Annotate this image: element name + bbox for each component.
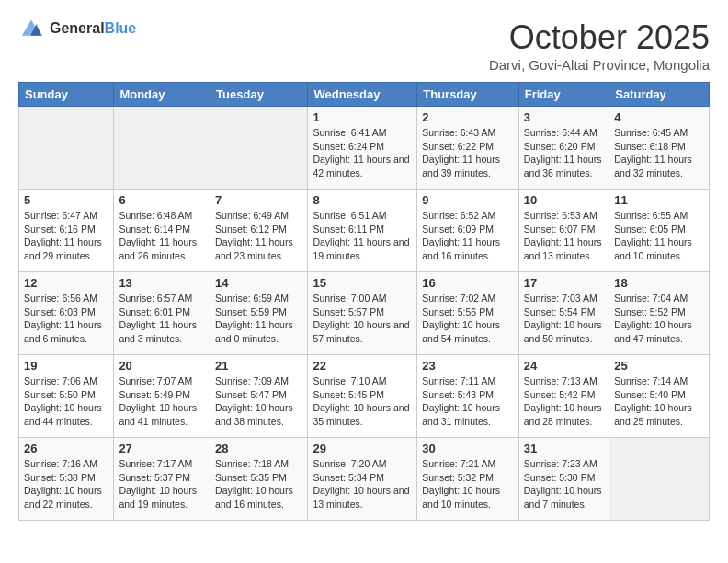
day-number: 19 [24, 359, 108, 373]
day-number: 26 [24, 442, 108, 455]
day-info: Sunrise: 7:04 AM Sunset: 5:52 PM Dayligh… [614, 292, 704, 346]
day-info: Sunrise: 6:59 AM Sunset: 5:59 PM Dayligh… [215, 292, 302, 346]
day-info: Sunrise: 7:16 AM Sunset: 5:38 PM Dayligh… [24, 457, 108, 511]
day-number: 24 [524, 359, 604, 373]
day-number: 16 [422, 276, 514, 290]
day-info: Sunrise: 6:47 AM Sunset: 6:16 PM Dayligh… [24, 209, 108, 263]
calendar-cell: 16 Sunrise: 7:02 AM Sunset: 5:56 PM Dayl… [417, 272, 519, 355]
calendar-week-row: 26 Sunrise: 7:16 AM Sunset: 5:38 PM Dayl… [19, 438, 710, 521]
day-info: Sunrise: 6:44 AM Sunset: 6:20 PM Dayligh… [524, 126, 604, 180]
day-info: Sunrise: 6:55 AM Sunset: 6:05 PM Dayligh… [614, 209, 704, 263]
day-number: 17 [524, 276, 604, 290]
day-info: Sunrise: 7:06 AM Sunset: 5:50 PM Dayligh… [24, 374, 108, 429]
day-number: 20 [119, 359, 205, 373]
day-number: 10 [524, 193, 604, 207]
weekday-header: Thursday [417, 83, 519, 107]
calendar-week-row: 12 Sunrise: 6:56 AM Sunset: 6:03 PM Dayl… [19, 272, 710, 355]
day-info: Sunrise: 6:52 AM Sunset: 6:09 PM Dayligh… [422, 209, 514, 263]
day-info: Sunrise: 6:48 AM Sunset: 6:14 PM Dayligh… [119, 209, 205, 263]
calendar-cell: 14 Sunrise: 6:59 AM Sunset: 5:59 PM Dayl… [210, 272, 308, 355]
day-number: 4 [614, 110, 704, 124]
day-info: Sunrise: 7:14 AM Sunset: 5:40 PM Dayligh… [614, 374, 704, 429]
location: Darvi, Govi-Altai Province, Mongolia [489, 57, 710, 73]
day-info: Sunrise: 7:02 AM Sunset: 5:56 PM Dayligh… [422, 292, 514, 346]
logo-text: GeneralBlue [50, 20, 136, 37]
day-info: Sunrise: 7:07 AM Sunset: 5:49 PM Dayligh… [119, 374, 205, 429]
day-info: Sunrise: 7:09 AM Sunset: 5:47 PM Dayligh… [215, 374, 302, 429]
calendar-cell: 11 Sunrise: 6:55 AM Sunset: 6:05 PM Dayl… [609, 190, 710, 272]
day-number: 11 [614, 193, 704, 207]
calendar-cell: 4 Sunrise: 6:45 AM Sunset: 6:18 PM Dayli… [609, 107, 710, 190]
calendar-cell: 19 Sunrise: 7:06 AM Sunset: 5:50 PM Dayl… [19, 355, 114, 438]
calendar-cell: 29 Sunrise: 7:20 AM Sunset: 5:34 PM Dayl… [308, 438, 417, 521]
day-number: 31 [524, 442, 604, 455]
day-info: Sunrise: 7:20 AM Sunset: 5:34 PM Dayligh… [313, 457, 412, 511]
day-info: Sunrise: 7:13 AM Sunset: 5:42 PM Dayligh… [524, 374, 604, 429]
day-number: 18 [614, 276, 704, 290]
weekday-header: Monday [114, 83, 210, 107]
calendar-cell: 24 Sunrise: 7:13 AM Sunset: 5:42 PM Dayl… [518, 355, 609, 438]
weekday-header: Saturday [609, 83, 710, 107]
calendar-cell: 13 Sunrise: 6:57 AM Sunset: 6:01 PM Dayl… [114, 272, 210, 355]
calendar-cell: 9 Sunrise: 6:52 AM Sunset: 6:09 PM Dayli… [417, 190, 519, 272]
month-title: October 2025 [489, 18, 710, 57]
day-info: Sunrise: 6:53 AM Sunset: 6:07 PM Dayligh… [524, 209, 604, 263]
calendar-cell: 5 Sunrise: 6:47 AM Sunset: 6:16 PM Dayli… [19, 190, 114, 272]
calendar-cell: 8 Sunrise: 6:51 AM Sunset: 6:11 PM Dayli… [308, 190, 417, 272]
calendar-cell: 27 Sunrise: 7:17 AM Sunset: 5:37 PM Dayl… [114, 438, 210, 521]
day-info: Sunrise: 6:51 AM Sunset: 6:11 PM Dayligh… [313, 209, 412, 263]
calendar-cell: 6 Sunrise: 6:48 AM Sunset: 6:14 PM Dayli… [114, 190, 210, 272]
calendar-week-row: 19 Sunrise: 7:06 AM Sunset: 5:50 PM Dayl… [19, 355, 710, 438]
calendar-cell: 28 Sunrise: 7:18 AM Sunset: 5:35 PM Dayl… [210, 438, 308, 521]
day-info: Sunrise: 6:43 AM Sunset: 6:22 PM Dayligh… [422, 126, 514, 180]
calendar-cell: 31 Sunrise: 7:23 AM Sunset: 5:30 PM Dayl… [518, 438, 609, 521]
calendar-week-row: 1 Sunrise: 6:41 AM Sunset: 6:24 PM Dayli… [19, 107, 710, 190]
day-info: Sunrise: 7:21 AM Sunset: 5:32 PM Dayligh… [422, 457, 514, 511]
day-number: 14 [215, 276, 302, 290]
weekday-header: Wednesday [308, 83, 417, 107]
calendar-cell: 21 Sunrise: 7:09 AM Sunset: 5:47 PM Dayl… [210, 355, 308, 438]
calendar-cell [210, 107, 308, 190]
day-number: 13 [119, 276, 205, 290]
day-info: Sunrise: 7:11 AM Sunset: 5:43 PM Dayligh… [422, 374, 514, 429]
day-info: Sunrise: 7:17 AM Sunset: 5:37 PM Dayligh… [119, 457, 205, 511]
calendar-cell: 23 Sunrise: 7:11 AM Sunset: 5:43 PM Dayl… [417, 355, 519, 438]
page-header: GeneralBlue October 2025 Darvi, Govi-Alt… [18, 18, 710, 73]
calendar-cell: 2 Sunrise: 6:43 AM Sunset: 6:22 PM Dayli… [417, 107, 519, 190]
day-number: 29 [313, 442, 412, 455]
day-number: 30 [422, 442, 514, 455]
calendar-cell: 22 Sunrise: 7:10 AM Sunset: 5:45 PM Dayl… [308, 355, 417, 438]
logo-icon [18, 18, 44, 39]
calendar-cell: 20 Sunrise: 7:07 AM Sunset: 5:49 PM Dayl… [114, 355, 210, 438]
calendar-cell: 12 Sunrise: 6:56 AM Sunset: 6:03 PM Dayl… [19, 272, 114, 355]
day-info: Sunrise: 7:10 AM Sunset: 5:45 PM Dayligh… [313, 374, 412, 429]
day-info: Sunrise: 6:45 AM Sunset: 6:18 PM Dayligh… [614, 126, 704, 180]
day-number: 8 [313, 193, 412, 207]
day-number: 25 [614, 359, 704, 373]
day-info: Sunrise: 7:23 AM Sunset: 5:30 PM Dayligh… [524, 457, 604, 511]
day-info: Sunrise: 7:03 AM Sunset: 5:54 PM Dayligh… [524, 292, 604, 346]
calendar-cell: 17 Sunrise: 7:03 AM Sunset: 5:54 PM Dayl… [518, 272, 609, 355]
title-block: October 2025 Darvi, Govi-Altai Province,… [489, 18, 710, 73]
day-number: 28 [215, 442, 302, 455]
calendar-cell: 30 Sunrise: 7:21 AM Sunset: 5:32 PM Dayl… [417, 438, 519, 521]
calendar-week-row: 5 Sunrise: 6:47 AM Sunset: 6:16 PM Dayli… [19, 190, 710, 272]
day-number: 7 [215, 193, 302, 207]
day-number: 3 [524, 110, 604, 124]
calendar-cell: 26 Sunrise: 7:16 AM Sunset: 5:38 PM Dayl… [19, 438, 114, 521]
day-number: 6 [119, 193, 205, 207]
calendar-cell [609, 438, 710, 521]
calendar-cell: 15 Sunrise: 7:00 AM Sunset: 5:57 PM Dayl… [308, 272, 417, 355]
day-number: 5 [24, 193, 108, 207]
day-number: 22 [313, 359, 412, 373]
day-info: Sunrise: 6:56 AM Sunset: 6:03 PM Dayligh… [24, 292, 108, 346]
day-info: Sunrise: 6:49 AM Sunset: 6:12 PM Dayligh… [215, 209, 302, 263]
day-number: 2 [422, 110, 514, 124]
day-info: Sunrise: 7:18 AM Sunset: 5:35 PM Dayligh… [215, 457, 302, 511]
weekday-header: Friday [518, 83, 609, 107]
weekday-header: Sunday [19, 83, 114, 107]
day-number: 21 [215, 359, 302, 373]
calendar-cell [114, 107, 210, 190]
day-info: Sunrise: 6:57 AM Sunset: 6:01 PM Dayligh… [119, 292, 205, 346]
day-number: 15 [313, 276, 412, 290]
